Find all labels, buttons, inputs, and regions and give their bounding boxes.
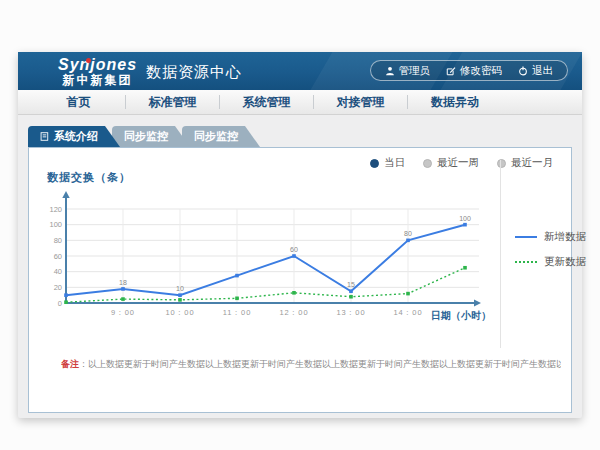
tab-bar: 系统介绍 同步监控 同步监控 — [28, 126, 252, 147]
chart-y-axis-label: 数据交换（条） — [47, 170, 131, 185]
user-menu-item[interactable]: 管理员 — [385, 64, 431, 78]
svg-text:80: 80 — [404, 230, 412, 237]
time-range-radio-group: 当日 最近一周 最近一月 — [370, 156, 553, 170]
radio-label: 最近一月 — [511, 156, 553, 170]
radio-label: 最近一周 — [437, 156, 479, 170]
svg-text:20: 20 — [54, 283, 62, 292]
radio-dot — [497, 159, 506, 168]
svg-text:13：00: 13：00 — [336, 308, 365, 317]
chart-legend-divider — [500, 160, 501, 348]
svg-text:10：00: 10：00 — [165, 308, 194, 317]
logout-button[interactable]: 退出 — [518, 64, 553, 78]
user-icon — [385, 66, 395, 76]
power-icon — [518, 66, 528, 76]
tab-label: 同步监控 — [124, 129, 168, 144]
legend-line-solid — [515, 236, 537, 238]
document-icon — [40, 131, 49, 143]
svg-text:11：00: 11：00 — [223, 308, 252, 317]
legend-line-dotted — [515, 261, 537, 263]
radio-label: 当日 — [384, 156, 405, 170]
edit-icon — [446, 66, 456, 76]
tab-system-intro[interactable]: 系统介绍 — [28, 126, 120, 147]
svg-text:120: 120 — [49, 205, 62, 214]
app-header: Synjones 新中新集团 数据资源中心 管理员 修改密码 退出 — [18, 52, 582, 90]
logo-accent-dot — [86, 58, 91, 63]
brand-logo-cn: 新中新集团 — [58, 73, 137, 87]
page-container: Synjones 新中新集团 数据资源中心 管理员 修改密码 退出 — [18, 52, 582, 418]
svg-text:80: 80 — [54, 236, 62, 245]
svg-text:10: 10 — [176, 285, 184, 292]
legend-label: 新增数据 — [544, 230, 586, 244]
footnote-label: 备注 — [61, 359, 79, 369]
svg-text:日期（小时）: 日期（小时） — [431, 310, 491, 321]
svg-text:0: 0 — [58, 299, 62, 308]
radio-dot — [423, 159, 432, 168]
footnote-text: ：以上数据更新于时间产生数据以上数据更新于时间产生数据以上数据更新于时间产生数据… — [79, 359, 561, 369]
footnote: 备注：以上数据更新于时间产生数据以上数据更新于时间产生数据以上数据更新于时间产生… — [61, 358, 561, 371]
svg-text:15: 15 — [347, 281, 355, 288]
svg-text:18: 18 — [119, 279, 127, 286]
radio-today[interactable]: 当日 — [370, 156, 405, 170]
nav-item-home[interactable]: 首页 — [32, 95, 126, 109]
logout-label: 退出 — [532, 64, 553, 78]
svg-text:60: 60 — [290, 246, 298, 253]
radio-dot-selected — [370, 159, 379, 168]
main-nav: 首页 标准管理 系统管理 对接管理 数据异动 — [18, 90, 582, 115]
screenshot-canvas: Synjones 新中新集团 数据资源中心 管理员 修改密码 退出 — [0, 0, 600, 450]
nav-item-connect-mgmt[interactable]: 对接管理 — [314, 95, 408, 109]
svg-text:9：00: 9：00 — [111, 308, 135, 317]
legend-label: 更新数据 — [544, 255, 586, 269]
nav-item-standard-mgmt[interactable]: 标准管理 — [126, 95, 220, 109]
change-password-label: 修改密码 — [460, 64, 502, 78]
svg-text:60: 60 — [54, 252, 62, 261]
chart-legend: 新增数据 更新数据 — [515, 230, 586, 280]
radio-last-month[interactable]: 最近一月 — [497, 156, 553, 170]
user-toolbar: 管理员 修改密码 退出 — [370, 60, 569, 81]
content-panel: 当日 最近一周 最近一月 数据交换（条） 0204060801001209：00… — [28, 147, 572, 413]
legend-item-new-data[interactable]: 新增数据 — [515, 230, 586, 244]
tab-label: 同步监控 — [194, 129, 238, 144]
change-password-button[interactable]: 修改密码 — [446, 64, 502, 78]
line-chart: 0204060801001209：0010：0011：0012：0013：001… — [41, 191, 493, 325]
page-title: 数据资源中心 — [146, 63, 242, 82]
brand-logo: Synjones 新中新集团 — [58, 57, 137, 87]
nav-item-data-change[interactable]: 数据异动 — [408, 95, 502, 109]
nav-item-system-mgmt[interactable]: 系统管理 — [220, 95, 314, 109]
svg-text:100: 100 — [459, 215, 471, 222]
tab-label: 系统介绍 — [54, 129, 98, 144]
tab-sync-monitor-1[interactable]: 同步监控 — [112, 126, 190, 147]
tab-sync-monitor-2[interactable]: 同步监控 — [182, 126, 260, 147]
svg-text:12：00: 12：00 — [279, 308, 308, 317]
legend-item-update-data[interactable]: 更新数据 — [515, 255, 586, 269]
brand-logo-en: Synjones — [58, 57, 137, 73]
user-label: 管理员 — [399, 64, 431, 78]
svg-text:14：00: 14：00 — [393, 308, 422, 317]
svg-text:40: 40 — [54, 267, 62, 276]
svg-text:100: 100 — [49, 220, 62, 229]
radio-last-week[interactable]: 最近一周 — [423, 156, 479, 170]
